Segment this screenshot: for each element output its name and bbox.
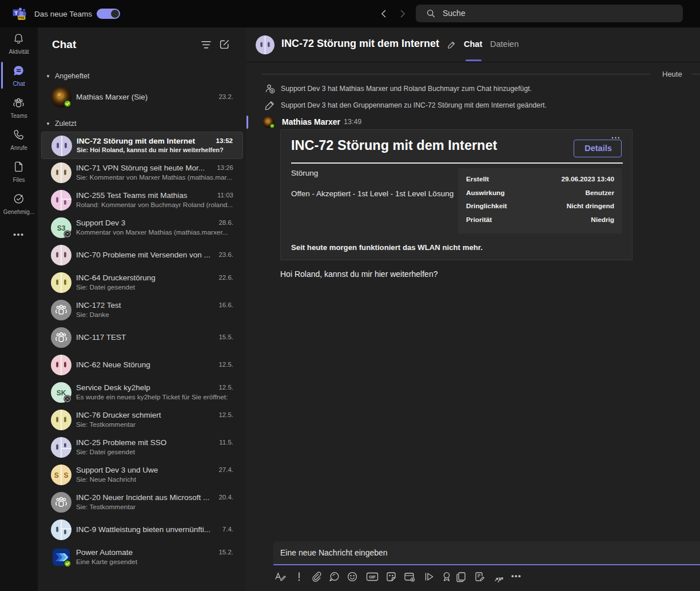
svg-text:GIF: GIF	[369, 575, 376, 579]
svg-text:S: S	[63, 471, 68, 479]
svg-text:S: S	[54, 471, 59, 479]
svg-text:PRE: PRE	[18, 16, 25, 19]
svg-text:T: T	[14, 10, 18, 16]
svg-text:S3: S3	[57, 224, 66, 232]
svg-text:SK: SK	[57, 389, 66, 397]
